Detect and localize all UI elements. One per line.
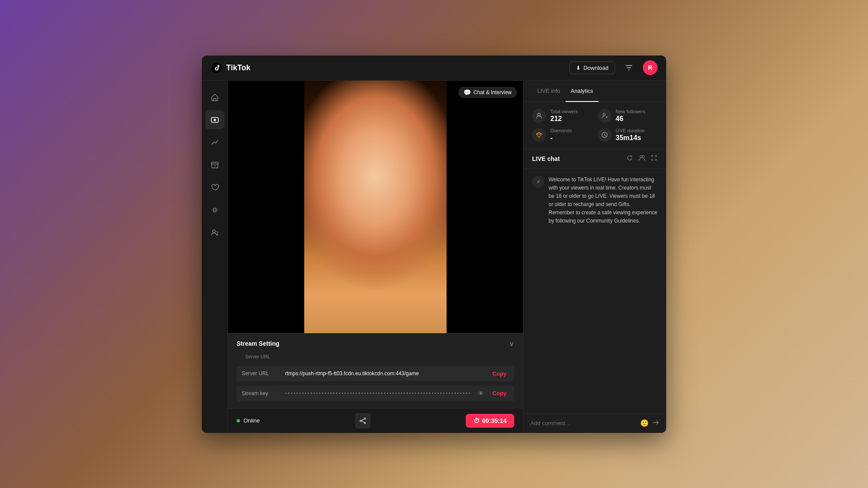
video-background — [228, 81, 523, 333]
sidebar-item-home[interactable] — [205, 88, 224, 107]
timer-clock-icon: ⏱ — [473, 417, 480, 424]
header: TikTok ⬇ Download R — [202, 56, 666, 81]
add-person-icon — [601, 112, 608, 119]
svg-line-8 — [361, 419, 364, 421]
chat-users-icon — [638, 154, 645, 161]
svg-point-5 — [364, 418, 365, 419]
sidebar-item-archive[interactable] — [205, 155, 224, 174]
diamonds-icon — [532, 128, 546, 142]
chat-title: LIVE chat — [532, 155, 560, 162]
svg-point-6 — [360, 420, 361, 421]
chevron-down-icon: ∨ — [509, 340, 514, 348]
logo-text: TikTok — [226, 63, 250, 72]
chat-header: LIVE chat — [523, 149, 666, 169]
header-right: ⬇ Download R — [569, 60, 658, 75]
refresh-icon — [626, 154, 633, 161]
download-button[interactable]: ⬇ Download — [569, 62, 615, 74]
viewers-text: Total viewers 212 — [550, 109, 578, 123]
followers-icon — [598, 109, 612, 123]
total-viewers-label: Total viewers — [550, 109, 578, 114]
chat-refresh-button[interactable] — [626, 154, 633, 163]
expand-icon — [651, 154, 658, 161]
filter-icon — [625, 64, 633, 72]
timer-value: 00:35:14 — [482, 417, 506, 424]
stream-settings-header[interactable]: Stream Setting ∨ — [228, 334, 523, 354]
svg-rect-2 — [211, 162, 218, 164]
comment-input[interactable] — [530, 420, 637, 426]
sidebar-item-users[interactable] — [205, 223, 224, 242]
portrait-face — [304, 81, 446, 333]
stream-key-dots: ••••••••••••••••••••••••••••••••••••••••… — [285, 391, 472, 396]
sidebar-item-hearts[interactable] — [205, 178, 224, 197]
logo-area: TikTok — [210, 62, 569, 74]
online-indicator: Online — [237, 417, 260, 424]
svg-point-11 — [603, 113, 605, 115]
timer-stop-button[interactable]: ⏱ 00:35:14 — [466, 414, 514, 428]
app-window: TikTok ⬇ Download R — [202, 56, 666, 433]
bottom-bar: Online ⏱ 00:35:14 — [228, 408, 523, 433]
svg-point-10 — [538, 113, 540, 116]
chat-interview-badge[interactable]: 💬 Chat & Interview — [458, 87, 517, 98]
clock-icon — [601, 131, 608, 138]
svg-marker-12 — [536, 132, 542, 138]
sidebar-item-effects[interactable] — [205, 200, 224, 219]
analytics-live-duration: LIVE duration 35m14s — [598, 128, 658, 142]
comment-input-area: 🙂 — [523, 413, 666, 433]
main-content: 💬 Chat & Interview Stream Setting ∨ Serv… — [202, 81, 666, 433]
show-stream-key-button[interactable]: 👁 — [476, 389, 486, 398]
online-dot — [237, 419, 240, 422]
share-button[interactable] — [355, 413, 371, 429]
analytics-icon — [210, 138, 219, 147]
avatar-label: R — [648, 64, 652, 71]
users-icon — [210, 228, 219, 237]
hearts-icon — [210, 183, 219, 192]
archive-icon — [210, 160, 219, 169]
download-label: Download — [583, 65, 608, 71]
download-icon: ⬇ — [576, 65, 581, 71]
server-url-left-label: Server URL — [242, 370, 281, 377]
filter-icon-button[interactable] — [622, 61, 636, 75]
svg-point-4 — [213, 230, 215, 233]
copy-server-url-button[interactable]: Copy — [490, 370, 510, 378]
sidebar-item-live[interactable] — [205, 110, 224, 129]
user-avatar-button[interactable]: R — [643, 60, 658, 75]
sidebar — [202, 81, 228, 433]
chat-messages: Welcome to TikTok LIVE! Have fun interac… — [523, 169, 666, 413]
live-duration-label: LIVE duration — [616, 128, 645, 133]
analytics-diamonds: Diamonds - — [532, 128, 592, 142]
tab-live-info-label: LIVE info — [537, 88, 560, 94]
svg-point-16 — [642, 155, 644, 157]
copy-stream-key-button[interactable]: Copy — [490, 389, 510, 397]
chat-section: LIVE chat — [523, 149, 666, 433]
chat-tiktok-avatar — [532, 176, 544, 188]
stream-settings-title: Stream Setting — [237, 340, 279, 347]
analytics-total-viewers: Total viewers 212 — [532, 109, 592, 123]
send-icon — [652, 419, 659, 426]
sidebar-item-analytics[interactable] — [205, 133, 224, 152]
tab-analytics-label: Analytics — [571, 88, 593, 94]
online-label: Online — [243, 417, 260, 424]
chat-interview-label: Chat & Interview — [473, 89, 512, 95]
duration-text: LIVE duration 35m14s — [616, 128, 645, 142]
viewers-icon — [532, 109, 546, 123]
effects-icon — [210, 206, 219, 214]
share-icon — [359, 417, 366, 424]
followers-text: New followers 46 — [616, 109, 645, 123]
diamond-icon — [536, 131, 542, 138]
chat-header-icons — [626, 154, 658, 163]
tiktok-logo-icon — [210, 62, 223, 74]
emoji-button[interactable]: 🙂 — [640, 419, 649, 427]
server-url-value: rtmps://push-rtmp-f5-tt03.fcdn.eu.tiktok… — [285, 370, 486, 377]
diamonds-text: Diamonds - — [550, 128, 572, 142]
chat-users-button[interactable] — [638, 154, 645, 163]
right-tabs: LIVE info Analytics — [523, 81, 666, 102]
tab-live-info[interactable]: LIVE info — [532, 81, 566, 102]
tiktok-small-icon — [535, 179, 541, 185]
stream-settings-body: Server URL Server URL rtmps://push-rtmp-… — [228, 354, 523, 408]
chat-expand-button[interactable] — [651, 154, 658, 163]
person-icon — [536, 112, 542, 119]
total-viewers-value: 212 — [550, 115, 578, 123]
send-button[interactable] — [652, 419, 659, 428]
live-duration-value: 35m14s — [616, 134, 645, 142]
tab-analytics[interactable]: Analytics — [566, 81, 598, 102]
